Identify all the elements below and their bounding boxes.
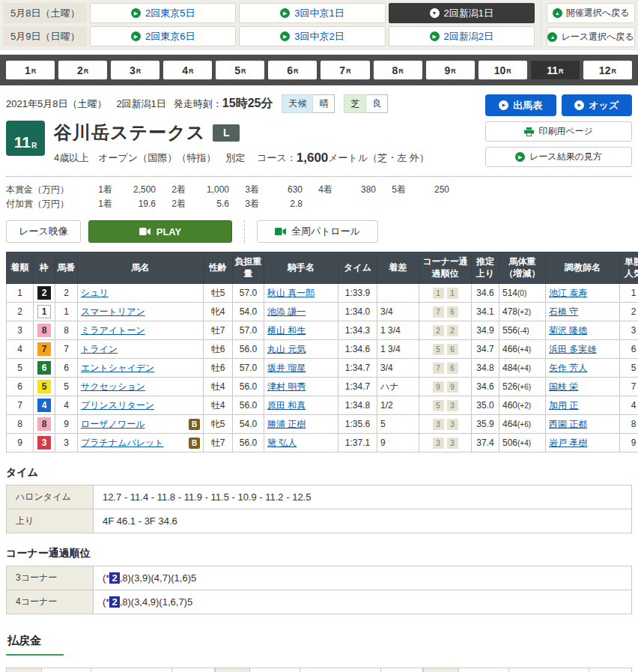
horse-name-link[interactable]: スマートリアン bbox=[81, 306, 145, 317]
time-table: ハロンタイム12.7 - 11.4 - 11.8 - 11.9 - 11.5 -… bbox=[6, 485, 632, 533]
horse-name-link[interactable]: サクセッション bbox=[81, 381, 145, 392]
finish-position: 8 bbox=[7, 415, 34, 434]
trainer-link[interactable]: 石橋 守 bbox=[549, 306, 578, 317]
jockey-link[interactable]: 横山 和生 bbox=[267, 325, 306, 336]
race-video-row: レース映像 PLAY 全周パトロール bbox=[6, 220, 632, 243]
meeting-button[interactable]: ▼2回新潟1日 bbox=[389, 3, 535, 23]
jockey-link[interactable]: 勝浦 正樹 bbox=[267, 419, 306, 429]
race-tab-number: 10 bbox=[494, 64, 506, 76]
race-tab-3r[interactable]: 3R bbox=[111, 61, 160, 79]
margin: 3/4 bbox=[377, 303, 419, 321]
play-button[interactable]: PLAY bbox=[88, 220, 232, 243]
race-results-table: 着順枠馬番馬名性齢負担重量騎手名タイム着差コーナー通過順位推定上り馬体重（増減）… bbox=[6, 252, 638, 452]
jockey-link[interactable]: 池添 謙一 bbox=[267, 306, 306, 317]
horse-name-link[interactable]: プラチナムバレット bbox=[81, 438, 164, 448]
race-conditions-text: 4歳以上 オープン（国際）（特指） 別定 bbox=[54, 151, 245, 165]
body-weight-cell: 556(-4) bbox=[499, 321, 546, 340]
race-number: 11 bbox=[14, 134, 31, 150]
win-popularity: 1 bbox=[620, 284, 638, 303]
race-tab-11r[interactable]: 11R bbox=[531, 61, 580, 79]
horse-number: 2 bbox=[55, 284, 78, 303]
win-popularity: 9 bbox=[620, 434, 638, 452]
prize-value: 380 bbox=[332, 183, 376, 197]
horse-name-link[interactable]: シュリ bbox=[81, 288, 109, 298]
results-guide-label: レース結果の見方 bbox=[529, 151, 602, 163]
horse-name-link[interactable]: トライン bbox=[81, 344, 118, 354]
table-row: 933プラチナムバレットB牡756.0黛 弘人1:37.193337.4506(… bbox=[7, 434, 638, 452]
corner-position: 7 bbox=[433, 363, 444, 374]
back-to-race-select-button[interactable]: ▲レース選択へ戻る bbox=[547, 27, 635, 47]
waku-cell: 3 bbox=[34, 434, 55, 452]
back-buttons-panel: ▲開催選択へ戻る▲レース選択へ戻る bbox=[541, 3, 635, 47]
trainer-link[interactable]: 西園 正都 bbox=[549, 419, 587, 429]
trainer-link[interactable]: 岩戸 孝樹 bbox=[549, 438, 587, 448]
jockey-cell: 津村 明秀 bbox=[264, 378, 338, 396]
finish-time: 1:34.7 bbox=[338, 359, 377, 378]
patrol-video-button[interactable]: 全周パトロール bbox=[257, 220, 378, 243]
results-guide-button[interactable]: ▶ レース結果の見方 bbox=[485, 147, 632, 167]
trainer-link[interactable]: 浜田 多実雄 bbox=[549, 344, 596, 354]
race-tab-9r[interactable]: 9R bbox=[426, 61, 475, 79]
sex-age: 牡7 bbox=[204, 434, 233, 452]
horse-number: 9 bbox=[55, 415, 78, 434]
time-row-value: 12.7 - 11.4 - 11.8 - 11.9 - 11.5 - 10.9 … bbox=[94, 485, 632, 509]
jockey-link[interactable]: 丸山 元気 bbox=[267, 344, 306, 354]
jockey-link[interactable]: 津村 明秀 bbox=[267, 381, 306, 392]
corner-position: 6 bbox=[447, 306, 458, 318]
horse-name-cell: スマートリアン bbox=[78, 303, 204, 321]
entries-button[interactable]: ▶ 出馬表 bbox=[485, 94, 556, 116]
jockey-link[interactable]: 原田 和真 bbox=[267, 400, 306, 411]
trainer-link[interactable]: 池江 泰寿 bbox=[549, 288, 587, 298]
weather-badge: 天候 晴 bbox=[282, 94, 335, 113]
trainer-link[interactable]: 加用 正 bbox=[549, 400, 578, 411]
column-header: コーナー通過順位 bbox=[419, 252, 472, 284]
horse-name-link[interactable]: エントシャイデン bbox=[81, 363, 154, 373]
win-popularity: 7 bbox=[620, 378, 638, 396]
corner-position: 9 bbox=[447, 381, 458, 393]
finish-time: 1:34.0 bbox=[338, 303, 377, 321]
chevron-up-icon: ▲ bbox=[553, 8, 562, 18]
results-table-head: 着順枠馬番馬名性齢負担重量騎手名タイム着差コーナー通過順位推定上り馬体重（増減）… bbox=[7, 252, 638, 284]
meeting-button[interactable]: ▶2回東京5日 bbox=[90, 3, 236, 23]
race-tab-8r[interactable]: 8R bbox=[374, 61, 422, 79]
jockey-link[interactable]: 坂井 瑠星 bbox=[267, 363, 306, 373]
race-tab-suffix: R bbox=[346, 67, 351, 75]
weather-label: 天候 bbox=[282, 94, 313, 113]
margin: 1 3/4 bbox=[377, 321, 419, 340]
corner-position: 2 bbox=[433, 325, 444, 336]
race-tab-6r[interactable]: 6R bbox=[268, 61, 317, 79]
race-tab-4r[interactable]: 4R bbox=[163, 61, 212, 79]
meeting-button[interactable]: ▶3回中京1日 bbox=[239, 3, 385, 23]
prize-rank-label: 4着 bbox=[303, 183, 332, 197]
meeting-button[interactable]: ▶2回東京6日 bbox=[90, 26, 236, 46]
print-page-button[interactable]: 印刷用ページ bbox=[485, 121, 632, 142]
race-tab-12r[interactable]: 12R bbox=[583, 61, 632, 79]
meeting-button-label: 2回新潟1日 bbox=[444, 7, 493, 20]
column-header: 負担重量 bbox=[233, 252, 264, 284]
meeting-button[interactable]: ▶3回中京2日 bbox=[239, 26, 385, 46]
race-tab-7r[interactable]: 7R bbox=[320, 61, 369, 79]
trainer-link[interactable]: 矢作 芳人 bbox=[549, 363, 587, 373]
race-tab-5r[interactable]: 5R bbox=[216, 61, 264, 79]
table-row: 655サクセッション牡456.0津村 明秀1:34.7ハナ9934.6526(+… bbox=[7, 378, 638, 396]
meeting-button[interactable]: ▶2回新潟2日 bbox=[389, 26, 535, 46]
margin: 1 3/4 bbox=[377, 340, 419, 359]
horse-name-link[interactable]: ローザノワール bbox=[81, 419, 145, 429]
finish-position: 4 bbox=[7, 340, 34, 359]
race-tab-1r[interactable]: 1R bbox=[6, 61, 55, 79]
race-tab-suffix: R bbox=[241, 67, 246, 75]
play-button-label: PLAY bbox=[157, 226, 181, 237]
jockey-link[interactable]: 黛 弘人 bbox=[267, 438, 297, 448]
trainer-link[interactable]: 菊沢 隆徳 bbox=[549, 325, 587, 336]
race-tab-10r[interactable]: 10R bbox=[478, 61, 527, 79]
horse-name-link[interactable]: ミラアイトーン bbox=[81, 325, 145, 336]
horse-name-link[interactable]: プリンスリターン bbox=[81, 400, 154, 411]
horse-name-cell: サクセッション bbox=[78, 378, 204, 396]
odds-button[interactable]: ▶ オッズ bbox=[562, 94, 633, 116]
sex-age: 牡6 bbox=[204, 340, 233, 359]
race-tab-2r[interactable]: 2R bbox=[58, 61, 107, 79]
trainer-link[interactable]: 国枝 栄 bbox=[549, 381, 578, 392]
horse-name-cell: プリンスリターン bbox=[78, 396, 204, 415]
jockey-link[interactable]: 秋山 真一郎 bbox=[267, 288, 315, 298]
back-to-meeting-select-button[interactable]: ▲開催選択へ戻る bbox=[547, 3, 635, 23]
